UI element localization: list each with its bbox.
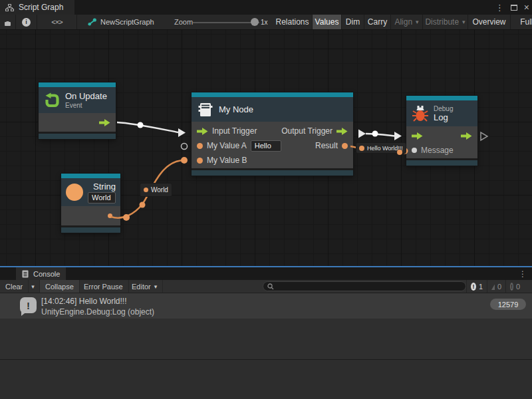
wire-value-label-world: World [140,184,172,196]
zoom-slider-handle[interactable] [251,18,259,26]
value-input-port[interactable] [197,158,203,164]
clear-dropdown-button[interactable]: ▾ [27,280,40,293]
node-body [61,206,120,225]
close-icon[interactable]: × [524,2,529,13]
carry-button[interactable]: Carry [364,15,391,29]
node-accent-strip [192,92,353,97]
edit-source-button[interactable]: <×> [37,15,77,29]
value-dot [359,146,364,151]
console-list-icon [22,270,29,278]
value-output-port[interactable] [108,213,112,218]
clear-button[interactable]: Clear [0,280,29,293]
tab-script-graph[interactable]: Script Graph [0,0,74,15]
node-header: Debug Log [406,100,477,126]
graph-name: NewScriptGraph [100,18,154,26]
port-label: Result [315,141,338,150]
dim-button[interactable]: Dim [342,15,364,29]
wire-value-text: World [151,186,168,194]
port-label: My Value A [207,141,247,150]
port-row: My Value B [192,153,353,168]
search-icon [267,283,274,290]
error-count-badge[interactable]: ! 0 [505,280,524,293]
align-button[interactable]: Align ▾ [391,15,423,29]
code-icon: <×> [51,18,62,26]
graph-breadcrumb[interactable]: NewScriptGraph [88,15,154,29]
info-count: 1 [479,283,483,291]
port-label: Output Trigger [281,126,332,136]
node-title: On Update [65,91,107,101]
zoom-value: 1x [261,15,268,29]
trigger-output-port[interactable] [336,128,348,135]
port-row [406,128,477,143]
node-debug-log[interactable]: Debug Log Message [406,96,477,166]
node-header: On Update Event [39,87,116,113]
node-footer [39,133,116,139]
chevron-down-icon: ▾ [31,283,35,290]
string-value-field[interactable] [88,192,116,203]
my-value-a-field[interactable] [251,140,281,152]
node-accent-strip [39,82,116,87]
console-search-input[interactable] [277,282,462,291]
relations-button[interactable]: Relations [273,15,313,29]
editor-dropdown[interactable]: Editor ▾ [126,280,163,293]
trigger-input-port[interactable] [412,132,423,140]
trigger-input-port[interactable] [197,128,208,135]
console-menu-icon[interactable]: ⋮ [519,267,527,280]
node-on-update[interactable]: On Update Event [39,82,116,139]
fullscreen-button[interactable]: Full S [511,15,532,29]
trigger-output-port[interactable] [99,119,110,126]
chevron-down-icon: ▾ [416,19,419,25]
unity-visual-scripting-window: Script Graph ⋮ × i <×> NewScriptGraph [0,0,532,399]
node-accent-strip [61,174,120,178]
info-count-badge[interactable]: ! 1 [466,280,487,293]
node-my-node[interactable]: My Node Input Trigger Output Trigger My … [192,92,353,176]
node-header: My Node [192,97,353,122]
tab-console-label: Console [33,270,60,278]
node-body: Input Trigger Output Trigger My Value A … [192,122,353,168]
info-button[interactable]: i [16,15,37,29]
console-toolbar: Clear ▾ Collapse Error Pause Editor ▾ ! … [0,280,532,293]
log-collapse-count-badge: 12579 [490,299,526,310]
align-label: Align [394,17,412,27]
tab-console[interactable]: Console [16,267,66,280]
maximize-icon[interactable] [511,5,517,11]
node-body: Message [406,126,477,158]
lock-icon [5,19,11,26]
collapse-toggle[interactable]: Collapse [40,280,80,293]
zoom-slider-track[interactable] [193,22,259,23]
graph-toolbar: i <×> NewScriptGraph Zoom 1x Relations V… [0,15,532,30]
tab-script-graph-label: Script Graph [19,3,63,12]
distribute-button[interactable]: Distribute ▾ [423,15,468,29]
window-tab-bar: Script Graph ⋮ × [0,0,532,15]
console-tab-bar: Console ⋮ [0,267,532,280]
value-input-port[interactable] [197,143,203,149]
error-pause-toggle[interactable]: Error Pause [78,280,129,293]
message-input-port[interactable] [412,148,417,153]
node-title: My Node [219,104,253,114]
overview-button[interactable]: Overview [468,15,511,29]
warning-count-badge[interactable]: 0 [487,280,505,293]
values-button[interactable]: Values [313,15,342,29]
error-log-icon: ! [510,283,513,291]
value-dot [144,188,148,192]
node-title: String [87,182,116,192]
log-message-line1: [14:02:46] Hello World!!! [41,297,127,306]
value-output-port[interactable] [342,143,348,149]
window-menu-icon[interactable]: ⋮ [495,3,504,13]
info-icon: i [22,18,31,27]
lock-button[interactable] [0,15,16,29]
console-detail-pane [0,360,532,399]
window-controls: ⋮ × [495,0,529,15]
error-count: 0 [516,283,520,291]
unit-box-icon [197,102,213,118]
zoom-label: Zoom [174,15,193,29]
port-row: My Value A Result [192,138,353,153]
node-header: String [61,178,120,206]
trigger-output-port[interactable] [461,132,472,140]
node-string[interactable]: String [61,174,120,233]
console-search [263,281,466,291]
port-label: My Value B [207,156,247,165]
bug-icon [412,105,429,122]
port-label: Input Trigger [212,126,257,136]
node-footer [192,170,353,176]
